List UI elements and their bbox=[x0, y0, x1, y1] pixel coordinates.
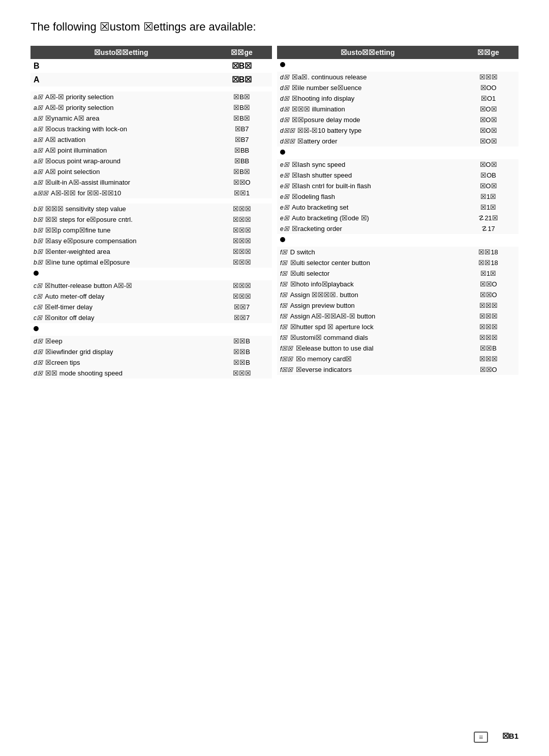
row-prefix: d☒ bbox=[280, 117, 291, 124]
row-page: ☒☒B bbox=[211, 336, 272, 346]
right-header-setting: ☒usto☒☒etting bbox=[277, 46, 458, 59]
right-table: ☒usto☒☒etting ☒☒ge d☒ ☒a☒. continuous re… bbox=[277, 46, 518, 375]
row-prefix: e☒ bbox=[280, 215, 291, 222]
row-label: b☒ ☒ine tune optimal e☒posure bbox=[30, 257, 211, 268]
row-page: ☒☒O bbox=[211, 177, 272, 188]
row-text: ☒☒☒ sensitivity step value bbox=[45, 205, 126, 213]
row-text: ☒elease button to use dial bbox=[296, 344, 374, 352]
row-label: a☒ A☒ activation bbox=[30, 134, 211, 145]
row-text: ☒hooting info display bbox=[292, 95, 354, 102]
row-prefix: f☒ bbox=[280, 281, 289, 288]
row-prefix: d☒ bbox=[280, 74, 291, 81]
row-page: ☒☒☒ bbox=[458, 332, 518, 343]
row-label: d☒ ☒iewfinder grid display bbox=[30, 346, 211, 357]
row-label: a☒ ☒ocus point wrap-around bbox=[30, 156, 211, 166]
row-label: f☒ ☒hutter spd ☒ aperture lock bbox=[277, 322, 458, 332]
table-row: a☒ A☒ point illumination☒BB bbox=[30, 145, 272, 156]
table-row: e☒ ☒lash shutter speed☒OB bbox=[277, 170, 518, 181]
row-text: Assign A☒-☒☒A☒-☒ button bbox=[290, 312, 376, 320]
dot-separator bbox=[280, 150, 285, 155]
row-text: ☒racketing order bbox=[292, 225, 342, 232]
row-prefix: f☒ bbox=[280, 324, 289, 331]
row-text: ☒lash cntrl for built-in flash bbox=[292, 182, 371, 190]
dot-separator-row bbox=[30, 323, 272, 336]
row-page: ☡21☒ bbox=[458, 213, 518, 223]
row-prefix: c☒ bbox=[34, 314, 44, 322]
row-label: f☒ Assign A☒-☒☒A☒-☒ button bbox=[277, 311, 458, 322]
dot-separator bbox=[34, 326, 39, 331]
spacer-row bbox=[30, 198, 272, 203]
row-page: ☒1☒ bbox=[458, 202, 518, 213]
row-text: A☒-☒ priority selection bbox=[45, 93, 114, 101]
table-row: c☒ ☒hutter-release button A☒-☒☒☒☒ bbox=[30, 280, 272, 291]
dot-separator-row bbox=[30, 268, 272, 280]
row-prefix: d☒ bbox=[34, 338, 44, 345]
row-label: e☒ ☒lash sync speed bbox=[277, 159, 458, 170]
table-row: a☒ ☒ynamic A☒ area☒B☒ bbox=[30, 113, 272, 124]
row-prefix: a☒ bbox=[34, 136, 44, 143]
row-label: c☒ ☒onitor off delay bbox=[30, 312, 211, 323]
row-prefix: c☒ bbox=[34, 304, 44, 311]
row-text: ☒☒☒ illumination bbox=[292, 105, 345, 113]
row-label: a☒ ☒ynamic A☒ area bbox=[30, 113, 211, 124]
row-page: ☒O☒ bbox=[458, 136, 518, 147]
row-page: ☒☒B bbox=[458, 343, 518, 354]
row-prefix: a☒ bbox=[34, 147, 44, 154]
row-label: a☒ A☒ point illumination bbox=[30, 145, 211, 156]
row-text: Auto meter-off delay bbox=[45, 293, 104, 300]
row-text: A☒ point selection bbox=[45, 168, 100, 176]
row-text: ☒a☒. continuous release bbox=[292, 73, 367, 81]
row-page: ☒☒1 bbox=[211, 188, 272, 198]
row-text: ☒ocus point wrap-around bbox=[45, 157, 120, 165]
row-text: Assign ☒☒☒☒. button bbox=[290, 291, 358, 299]
table-row: d☒ ☒creen tips☒☒B bbox=[30, 357, 272, 368]
row-prefix: e☒ bbox=[280, 204, 291, 211]
row-label: f☒☒ ☒everse indicators bbox=[277, 364, 458, 375]
row-label: e☒ ☒lash shutter speed bbox=[277, 170, 458, 181]
row-label: f☒ Assign preview button bbox=[277, 300, 458, 311]
table-row: d☒ ☒eep☒☒B bbox=[30, 336, 272, 346]
table-row: d☒ ☒☒posure delay mode☒O☒ bbox=[277, 114, 518, 125]
row-label: a☒ ☒ocus tracking with lock-on bbox=[30, 124, 211, 134]
row-label: b☒ ☒☒☒ sensitivity step value bbox=[30, 203, 211, 214]
table-row: d☒☒ ☒☒-☒10 battery type☒O☒ bbox=[277, 125, 518, 136]
row-text: ☒ynamic A☒ area bbox=[45, 114, 99, 122]
menu-icon bbox=[474, 732, 488, 743]
row-page: ☒☒☒ bbox=[458, 300, 518, 311]
row-text: ☒ustomi☒ command dials bbox=[290, 334, 368, 341]
tables-container: ☒usto☒☒etting ☒☒ge B☒B☒A☒B☒a☒ A☒-☒ prior… bbox=[30, 46, 518, 379]
row-page: ☒☒☒ bbox=[458, 311, 518, 322]
row-page: ☒☒☒ bbox=[211, 203, 272, 214]
row-prefix: a☒ bbox=[34, 158, 44, 165]
row-page: ☒O☒ bbox=[458, 114, 518, 125]
row-text: ☒attery order bbox=[297, 137, 337, 145]
row-label: d☒ ☒creen tips bbox=[30, 357, 211, 368]
row-text: Auto bracketing (☒ode ☒) bbox=[292, 214, 369, 222]
row-prefix: d☒☒ bbox=[280, 138, 296, 145]
right-header-page: ☒☒ge bbox=[458, 46, 518, 59]
left-header-setting: ☒usto☒☒etting bbox=[30, 46, 211, 59]
row-label: a☒ A☒-☒ priority selection bbox=[30, 92, 211, 102]
row-label: d☒☒ ☒attery order bbox=[277, 136, 458, 147]
row-prefix: e☒ bbox=[280, 172, 291, 179]
row-label: d☒☒ ☒☒-☒10 battery type bbox=[277, 125, 458, 136]
row-text: ☒☒ steps for e☒posure cntrl. bbox=[45, 216, 133, 223]
row-prefix: e☒ bbox=[280, 183, 291, 190]
row-page: ☒O☒ bbox=[458, 125, 518, 136]
row-prefix: a☒ bbox=[34, 168, 44, 176]
section-header-row: B☒B☒ bbox=[30, 59, 272, 73]
row-text: ☒☒posure delay mode bbox=[292, 116, 360, 124]
row-prefix: e☒ bbox=[280, 161, 291, 168]
row-prefix: f☒☒ bbox=[280, 345, 295, 352]
row-label: d☒ ☒eep bbox=[30, 336, 211, 346]
row-prefix: b☒ bbox=[34, 216, 44, 223]
row-page: ☒☒☒ bbox=[211, 368, 272, 379]
row-prefix: a☒ bbox=[34, 179, 44, 186]
table-row: f☒☒ ☒elease button to use dial☒☒B bbox=[277, 343, 518, 354]
row-label: d☒ ☒ile number se☒uence bbox=[277, 82, 458, 93]
row-label: f☒☒ ☒elease button to use dial bbox=[277, 343, 458, 354]
table-row: a☒☒ A☒-☒☒ for ☒☒-☒☒10☒☒1 bbox=[30, 188, 272, 198]
table-row: f☒ ☒hutter spd ☒ aperture lock☒☒☒ bbox=[277, 322, 518, 332]
table-row: a☒ A☒-☒ priority selection☒B☒ bbox=[30, 92, 272, 102]
row-text: ☒odeling flash bbox=[292, 193, 335, 200]
